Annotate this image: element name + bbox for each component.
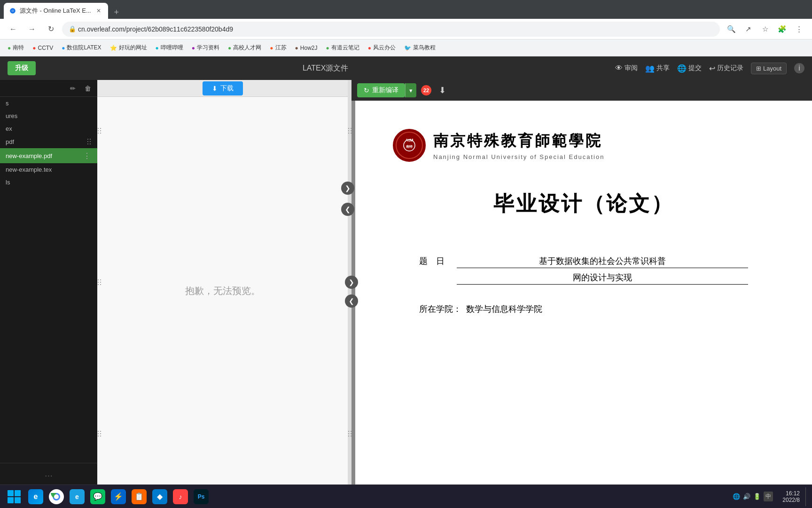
taskbar-music[interactable]: ♪ bbox=[171, 487, 190, 506]
submit-button[interactable]: 🌐 提交 bbox=[677, 64, 702, 73]
address-icons: 🔍 ↗ ☆ 🧩 ⋮ bbox=[724, 22, 806, 37]
menu-icon[interactable]: ⋮ bbox=[791, 22, 806, 37]
review-button[interactable]: 👁 审阅 bbox=[615, 64, 638, 72]
bookmark-how2j[interactable]: ● How2J bbox=[291, 43, 321, 53]
sys-tray: 🌐 🔊 🔋 中 bbox=[729, 492, 777, 501]
volume-icon[interactable]: 🔊 bbox=[743, 493, 750, 500]
bookmark-study[interactable]: ● 学习资料 bbox=[188, 42, 223, 54]
download-button[interactable]: ⬇ 下载 bbox=[203, 81, 243, 95]
bookmark-cctv[interactable]: ● CCTV bbox=[29, 43, 57, 53]
taskbar-chrome[interactable] bbox=[47, 487, 66, 506]
layout-icon: ⊞ bbox=[756, 65, 761, 72]
sidebar-item-ures[interactable]: ures bbox=[0, 110, 97, 122]
taskbar-clock: 16:12 2022/8 bbox=[779, 490, 804, 503]
dept-field: 所在学院： 数学与信息科学学院 bbox=[419, 303, 748, 315]
sidebar-item-ex[interactable]: ex bbox=[0, 122, 97, 135]
layout-button[interactable]: ⊞ Layout bbox=[751, 63, 787, 74]
url-bar[interactable]: 🔒 cn.overleaf.com/project/62b089c11c6223… bbox=[62, 22, 720, 37]
search-icon[interactable]: 🔍 bbox=[724, 22, 739, 37]
info-button[interactable]: i bbox=[794, 63, 804, 73]
svg-text:南特: 南特 bbox=[406, 144, 413, 148]
share-button[interactable]: 👥 共享 bbox=[645, 64, 670, 73]
thesis-fields: 题 日 基于数据收集的社会公共常识科普 网的设计与实现 所在学院： 数学与信息科… bbox=[419, 255, 748, 315]
school-name-block: 南京特殊教育師範學院 Nanjing Normal University of … bbox=[433, 131, 604, 160]
taskbar-vscode[interactable]: ◆ bbox=[150, 487, 169, 506]
upgrade-button[interactable]: 升级 bbox=[8, 61, 36, 75]
sidebar-file-list: s ures ex pdf bbox=[0, 97, 97, 463]
taskbar-thunder[interactable]: ⚡ bbox=[109, 487, 128, 506]
info-icon: i bbox=[794, 63, 804, 73]
ps-icon: Ps bbox=[194, 489, 209, 504]
tab-favicon: O bbox=[9, 8, 16, 14]
recompile-dropdown-button[interactable]: ▾ bbox=[405, 83, 416, 97]
share-icon[interactable]: ↗ bbox=[741, 22, 756, 37]
back-button[interactable]: ← bbox=[6, 22, 21, 37]
school-name-english: Nanjing Normal University of Special Edu… bbox=[433, 153, 604, 160]
error-count-badge[interactable]: 22 bbox=[421, 85, 431, 95]
sidebar-item-new-example-tex[interactable]: new-example.tex bbox=[0, 163, 97, 176]
sidebar-item-ls[interactable]: ls bbox=[0, 176, 97, 189]
bookmark-youdao[interactable]: ● 有道云笔记 bbox=[322, 42, 363, 54]
pdf-download-button[interactable]: ⬇ bbox=[436, 83, 449, 97]
editor-toolbar: ⬇ 下载 bbox=[97, 80, 348, 97]
bookmark-bilibili[interactable]: ● 哔哩哔哩 bbox=[152, 42, 187, 54]
school-header: AtM 南特 南京特殊教育師範學院 Nanjing Normal Univers… bbox=[393, 129, 774, 162]
edge-icon: e bbox=[28, 489, 43, 504]
taskbar-task-manager[interactable]: 📋 bbox=[130, 487, 148, 506]
app-area: 升级 LATEX源文件 👁 审阅 👥 共享 🌐 提交 ↩ 历史记录 bbox=[0, 56, 812, 484]
bookmark-jiangsu[interactable]: ● 江苏 bbox=[266, 42, 290, 54]
show-desktop-button[interactable] bbox=[805, 487, 808, 506]
bookmark-nante[interactable]: ● 南特 bbox=[4, 42, 28, 54]
date-display: 2022/8 bbox=[782, 497, 800, 503]
pdf-panel: ↻ 重新编译 ▾ 22 ⬇ bbox=[351, 80, 812, 484]
dept-value: 数学与信息科学学院 bbox=[466, 303, 748, 315]
vscode-icon: ◆ bbox=[152, 489, 167, 504]
taskbar-edge[interactable]: e bbox=[26, 487, 45, 506]
bookmark-icon[interactable]: ☆ bbox=[757, 22, 773, 37]
bookmark-talent[interactable]: ● 高校人才网 bbox=[224, 42, 265, 54]
school-logo: AtM 南特 bbox=[393, 129, 426, 162]
delete-button[interactable]: 🗑 bbox=[82, 83, 94, 94]
keyboard-icon: 中 bbox=[764, 492, 773, 501]
start-button[interactable] bbox=[4, 487, 24, 506]
refresh-icon: ↻ bbox=[364, 87, 369, 94]
bookmark-fengyun[interactable]: ● 风云办公 bbox=[364, 42, 399, 54]
taskbar-ie[interactable]: e bbox=[68, 487, 86, 506]
pdf-left-border bbox=[351, 101, 355, 484]
bookmark-latex[interactable]: ● 数信院LATEX bbox=[58, 42, 105, 54]
pdf-toolbar: ↻ 重新编译 ▾ 22 ⬇ bbox=[351, 80, 812, 101]
panel-expand-left-button[interactable]: ❮ bbox=[341, 203, 354, 216]
thesis-title: 毕业设计（论文） bbox=[393, 190, 774, 218]
school-logo-svg: AtM 南特 bbox=[395, 131, 423, 159]
school-name-chinese: 南京特殊教育師範學院 bbox=[433, 131, 604, 151]
battery-icon[interactable]: 🔋 bbox=[753, 493, 761, 500]
taskbar-photoshop[interactable]: Ps bbox=[192, 487, 211, 506]
ie-icon: e bbox=[70, 489, 85, 504]
recompile-button[interactable]: ↻ 重新编译 bbox=[357, 83, 405, 97]
reload-button[interactable]: ↻ bbox=[43, 22, 58, 37]
pdf-panel-expand-left-button[interactable]: ❯ bbox=[345, 276, 358, 289]
sidebar-item-new-example-pdf[interactable]: new-example.pdf ⋮ bbox=[0, 148, 97, 163]
pdf-panel-collapse-button[interactable]: ❮ bbox=[345, 294, 358, 308]
new-tab-button[interactable]: + bbox=[110, 6, 123, 19]
sidebar-item-s[interactable]: s bbox=[0, 97, 97, 110]
drag-handle bbox=[86, 138, 92, 145]
edit-button[interactable]: ✏ bbox=[67, 83, 78, 94]
file-menu-icon[interactable]: ⋮ bbox=[82, 151, 92, 160]
taskbar-weixin[interactable]: 💬 bbox=[88, 487, 107, 506]
app-header: 升级 LATEX源文件 👁 审阅 👥 共享 🌐 提交 ↩ 历史记录 bbox=[0, 56, 812, 80]
bookmark-runoob[interactable]: 🐦 菜鸟教程 bbox=[400, 42, 439, 54]
tab-close-button[interactable]: ✕ bbox=[95, 7, 102, 15]
extensions-icon[interactable]: 🧩 bbox=[774, 22, 789, 37]
network-icon[interactable]: 🌐 bbox=[733, 493, 740, 500]
sidebar-item-pdf[interactable]: pdf bbox=[0, 135, 97, 148]
chrome-icon bbox=[49, 489, 64, 504]
bookmark-funlinks[interactable]: ⭐ 好玩的网址 bbox=[106, 42, 151, 54]
svg-point-8 bbox=[54, 494, 59, 499]
weixin-icon: 💬 bbox=[90, 489, 105, 504]
forward-button[interactable]: → bbox=[24, 22, 39, 37]
left-drag-handle bbox=[97, 80, 101, 484]
active-tab[interactable]: O 源文件 - Online LaTeX E... ✕ bbox=[4, 3, 108, 19]
panel-collapse-right-button[interactable]: ❯ bbox=[341, 182, 354, 195]
history-button[interactable]: ↩ 历史记录 bbox=[709, 64, 743, 73]
